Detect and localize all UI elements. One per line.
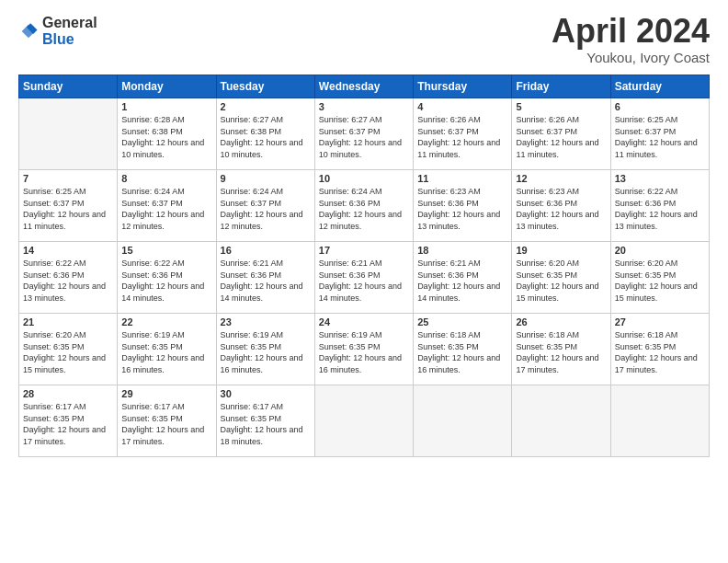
header-thursday: Thursday [414,75,512,98]
day-number: 23 [221,316,311,327]
day-info: Sunrise: 6:28 AM Sunset: 6:38 PM Dayligh… [121,114,211,160]
day-number: 28 [23,388,113,399]
day-number: 11 [417,173,507,184]
calendar-cell: 17Sunrise: 6:21 AM Sunset: 6:36 PM Dayli… [314,242,413,314]
logo-icon [18,21,39,41]
logo-text: General Blue [42,15,97,47]
calendar-cell: 24Sunrise: 6:19 AM Sunset: 6:35 PM Dayli… [314,314,413,385]
logo-blue: Blue [42,31,97,48]
calendar-cell: 16Sunrise: 6:21 AM Sunset: 6:36 PM Dayli… [216,242,314,314]
day-info: Sunrise: 6:21 AM Sunset: 6:36 PM Dayligh… [319,258,409,304]
calendar-cell: 1Sunrise: 6:28 AM Sunset: 6:38 PM Daylig… [118,98,216,170]
day-info: Sunrise: 6:26 AM Sunset: 6:37 PM Dayligh… [516,114,606,160]
logo: General Blue [18,15,97,47]
day-number: 14 [23,245,113,256]
calendar-cell: 15Sunrise: 6:22 AM Sunset: 6:36 PM Dayli… [118,242,216,314]
day-number: 1 [121,101,211,112]
day-number: 25 [417,316,507,327]
calendar-cell: 5Sunrise: 6:26 AM Sunset: 6:37 PM Daylig… [512,98,610,170]
day-number: 18 [417,245,507,256]
day-number: 13 [615,173,705,184]
day-number: 30 [221,388,311,399]
header-monday: Monday [118,75,216,98]
day-number: 10 [319,173,409,184]
day-info: Sunrise: 6:17 AM Sunset: 6:35 PM Dayligh… [23,401,113,447]
calendar-cell: 10Sunrise: 6:24 AM Sunset: 6:36 PM Dayli… [314,170,413,242]
header-friday: Friday [512,75,610,98]
calendar-cell: 3Sunrise: 6:27 AM Sunset: 6:37 PM Daylig… [314,98,413,170]
calendar-cell: 7Sunrise: 6:25 AM Sunset: 6:37 PM Daylig… [19,170,118,242]
calendar-cell: 21Sunrise: 6:20 AM Sunset: 6:35 PM Dayli… [19,314,118,385]
day-number: 8 [121,173,211,184]
calendar-cell [19,98,118,170]
day-number: 22 [121,316,211,327]
day-info: Sunrise: 6:26 AM Sunset: 6:37 PM Dayligh… [417,114,507,160]
page: General Blue April 2024 Youkou, Ivory Co… [0,0,728,563]
week-row-3: 21Sunrise: 6:20 AM Sunset: 6:35 PM Dayli… [19,314,710,385]
day-number: 9 [221,173,311,184]
title-block: April 2024 Youkou, Ivory Coast [552,15,710,65]
day-info: Sunrise: 6:27 AM Sunset: 6:37 PM Dayligh… [319,114,409,160]
day-info: Sunrise: 6:20 AM Sunset: 6:35 PM Dayligh… [615,258,705,304]
day-number: 6 [615,101,705,112]
header-sunday: Sunday [19,75,118,98]
day-info: Sunrise: 6:18 AM Sunset: 6:35 PM Dayligh… [516,329,606,375]
day-number: 15 [121,245,211,256]
day-number: 2 [221,101,311,112]
day-info: Sunrise: 6:19 AM Sunset: 6:35 PM Dayligh… [121,329,211,375]
week-row-1: 7Sunrise: 6:25 AM Sunset: 6:37 PM Daylig… [19,170,710,242]
day-number: 12 [516,173,606,184]
day-info: Sunrise: 6:22 AM Sunset: 6:36 PM Dayligh… [23,258,113,304]
calendar-cell: 18Sunrise: 6:21 AM Sunset: 6:36 PM Dayli… [414,242,512,314]
header-tuesday: Tuesday [216,75,314,98]
calendar-cell: 22Sunrise: 6:19 AM Sunset: 6:35 PM Dayli… [118,314,216,385]
day-info: Sunrise: 6:25 AM Sunset: 6:37 PM Dayligh… [615,114,705,160]
day-info: Sunrise: 6:27 AM Sunset: 6:38 PM Dayligh… [221,114,311,160]
calendar-cell: 2Sunrise: 6:27 AM Sunset: 6:38 PM Daylig… [216,98,314,170]
day-info: Sunrise: 6:24 AM Sunset: 6:37 PM Dayligh… [221,186,311,232]
day-info: Sunrise: 6:25 AM Sunset: 6:37 PM Dayligh… [23,186,113,232]
logo-general: General [42,15,97,31]
day-number: 5 [516,101,606,112]
day-info: Sunrise: 6:22 AM Sunset: 6:36 PM Dayligh… [121,258,211,304]
calendar-cell: 6Sunrise: 6:25 AM Sunset: 6:37 PM Daylig… [610,98,709,170]
calendar-cell: 13Sunrise: 6:22 AM Sunset: 6:36 PM Dayli… [610,170,709,242]
day-number: 17 [319,245,409,256]
header: General Blue April 2024 Youkou, Ivory Co… [18,15,710,65]
day-number: 7 [23,173,113,184]
day-info: Sunrise: 6:21 AM Sunset: 6:36 PM Dayligh… [417,258,507,304]
day-info: Sunrise: 6:24 AM Sunset: 6:37 PM Dayligh… [121,186,211,232]
day-number: 21 [23,316,113,327]
calendar-cell: 12Sunrise: 6:23 AM Sunset: 6:36 PM Dayli… [512,170,610,242]
calendar-cell: 29Sunrise: 6:17 AM Sunset: 6:35 PM Dayli… [118,385,216,457]
day-number: 27 [615,316,705,327]
calendar-cell: 14Sunrise: 6:22 AM Sunset: 6:36 PM Dayli… [19,242,118,314]
day-number: 24 [319,316,409,327]
day-number: 16 [221,245,311,256]
calendar-subtitle: Youkou, Ivory Coast [552,50,710,65]
calendar-header-row: SundayMondayTuesdayWednesdayThursdayFrid… [19,75,710,98]
day-info: Sunrise: 6:21 AM Sunset: 6:36 PM Dayligh… [221,258,311,304]
calendar-cell [512,385,610,457]
calendar-cell: 8Sunrise: 6:24 AM Sunset: 6:37 PM Daylig… [118,170,216,242]
header-wednesday: Wednesday [314,75,413,98]
day-info: Sunrise: 6:17 AM Sunset: 6:35 PM Dayligh… [121,401,211,447]
calendar-cell: 4Sunrise: 6:26 AM Sunset: 6:37 PM Daylig… [414,98,512,170]
calendar-cell: 25Sunrise: 6:18 AM Sunset: 6:35 PM Dayli… [414,314,512,385]
calendar-title: April 2024 [552,15,710,48]
day-info: Sunrise: 6:19 AM Sunset: 6:35 PM Dayligh… [221,329,311,375]
day-info: Sunrise: 6:23 AM Sunset: 6:36 PM Dayligh… [516,186,606,232]
calendar-cell: 30Sunrise: 6:17 AM Sunset: 6:35 PM Dayli… [216,385,314,457]
day-number: 26 [516,316,606,327]
day-info: Sunrise: 6:20 AM Sunset: 6:35 PM Dayligh… [23,329,113,375]
day-number: 20 [615,245,705,256]
day-info: Sunrise: 6:19 AM Sunset: 6:35 PM Dayligh… [319,329,409,375]
calendar-cell: 23Sunrise: 6:19 AM Sunset: 6:35 PM Dayli… [216,314,314,385]
day-number: 29 [121,388,211,399]
calendar-cell: 27Sunrise: 6:18 AM Sunset: 6:35 PM Dayli… [610,314,709,385]
week-row-4: 28Sunrise: 6:17 AM Sunset: 6:35 PM Dayli… [19,385,710,457]
day-info: Sunrise: 6:23 AM Sunset: 6:36 PM Dayligh… [417,186,507,232]
day-info: Sunrise: 6:24 AM Sunset: 6:36 PM Dayligh… [319,186,409,232]
day-info: Sunrise: 6:17 AM Sunset: 6:35 PM Dayligh… [221,401,311,447]
day-info: Sunrise: 6:18 AM Sunset: 6:35 PM Dayligh… [615,329,705,375]
